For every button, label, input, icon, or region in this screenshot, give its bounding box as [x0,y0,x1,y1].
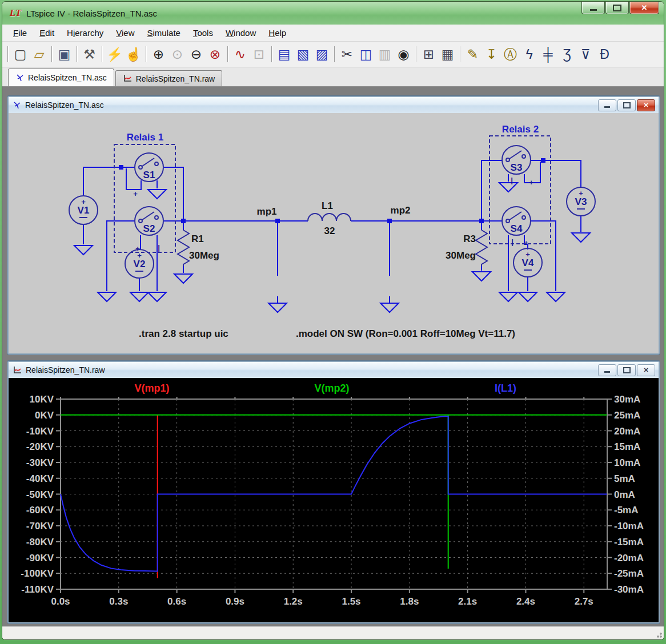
y-left-tick-label: -30KV [26,457,54,468]
find-button[interactable]: ◉ [394,45,413,64]
component-r1[interactable] [178,230,189,266]
save-button[interactable]: ▣ [55,45,74,64]
tab-schematic[interactable]: RelaisSpitzen_TN.asc [8,69,114,86]
s4-coil-plus: + [524,239,528,247]
control-panel-button[interactable]: ⚒ [80,45,99,64]
save-icon: ▣ [58,48,71,61]
y-right-tick-label: 25mA [614,410,640,421]
run-icon: ⚡ [106,48,123,61]
r1-value: 30Meg [189,250,219,261]
child-minimize-button[interactable] [598,364,616,376]
new-window-icon: ▨ [316,48,328,61]
new-window-button[interactable]: ▨ [312,45,331,64]
y-left-tick-label: 10KV [29,394,54,405]
trace-V(mp2) [61,415,607,569]
menu-tools[interactable]: Tools [187,26,219,40]
child-minimize-button[interactable] [598,99,616,111]
draw-wire-button[interactable]: ✎ [463,45,482,64]
tab-waveform[interactable]: RelaisSpitzen_TN.raw [115,70,223,86]
copy-button[interactable]: ◫ [356,45,375,64]
autorange-y-button[interactable]: ∿ [231,45,250,64]
menu-window[interactable]: Window [219,26,262,40]
directive-tran[interactable]: .tran 2.8 startup uic [139,328,228,339]
child-maximize-button[interactable] [617,99,636,111]
menu-file[interactable]: File [7,26,33,40]
menu-view[interactable]: View [110,26,141,40]
resize-grip[interactable] [655,630,662,638]
child-maximize-button[interactable] [617,364,636,376]
y-right-tick-label: 30mA [614,394,640,405]
zoom-in-button[interactable]: ⊕ [149,45,168,64]
menu-hierarchy[interactable]: Hierarchy [61,26,110,40]
net-label-mp2[interactable]: mp2 [391,205,411,216]
title-bar[interactable]: LT LTspice IV - RelaisSpitzen_TN.asc ✕ [2,2,664,25]
ground-button[interactable]: ↧ [482,45,501,64]
capacitor-button[interactable]: ╪ [539,45,557,64]
zoom-out-button[interactable]: ⊖ [187,45,206,64]
find-icon: ◉ [398,48,409,61]
print-preview-button[interactable]: ⊞ [419,45,438,64]
y-right-tick-label: -20mA [614,553,644,564]
new-schematic-button[interactable]: ▢ [11,45,30,64]
legend-I(L1)[interactable]: I(L1) [495,383,516,394]
waveform-window-titlebar[interactable]: RelaisSpitzen_TN.raw ✕ [9,362,659,378]
component-button[interactable]: Ð [595,45,614,64]
ltspice-logo-icon: LT [8,7,23,19]
s1-coil-plus: + [133,190,138,198]
diode-button[interactable]: ⊽ [576,45,595,64]
l1-value: 32 [324,226,335,236]
legend-V(mp1)[interactable]: V(mp1) [134,383,169,394]
component-r3[interactable] [476,230,487,266]
zoom-extents-button[interactable]: ⊗ [206,45,224,64]
x-tick-label: 0.0s [51,596,70,607]
v1-plus: + [81,198,86,206]
maximize-button[interactable] [605,2,629,14]
waveform-file-icon [123,74,132,83]
cut-button[interactable]: ✂ [338,45,356,64]
tab-bar: RelaisSpitzen_TN.asc RelaisSpitzen_TN.ra… [2,67,664,87]
mdi-area: RelaisSpitzen_TN.asc ✕ [2,87,664,626]
toolbar-separator [416,46,416,62]
main-window: LT LTspice IV - RelaisSpitzen_TN.asc ✕ F… [2,2,664,639]
maximize-icon [623,102,631,108]
menu-help[interactable]: Help [262,26,292,40]
r3-name: R3 [463,234,476,244]
run-button[interactable]: ⚡ [105,45,124,64]
s2-label: S2 [143,223,155,234]
autorange-y-icon: ∿ [235,48,246,61]
print-preview-icon: ⊞ [423,48,434,61]
relay1-label: Relais 1 [127,132,163,143]
open-icon: ▱ [34,48,45,61]
menu-edit[interactable]: Edit [33,26,61,40]
s3-label: S3 [511,162,523,173]
child-close-button[interactable]: ✕ [637,364,655,376]
s4-label: S4 [511,223,523,234]
print-button[interactable]: ▦ [438,45,457,64]
relay1-box[interactable] [114,144,175,252]
tile-windows-icon: ▤ [278,48,291,61]
child-close-button[interactable]: ✕ [637,99,655,111]
minimize-button[interactable] [581,2,605,14]
resistor-button[interactable]: ϟ [520,45,539,64]
y-right-tick-label: 20mA [614,426,640,437]
open-button[interactable]: ▱ [30,45,49,64]
net-label-button[interactable]: Ⓐ [501,45,520,64]
menu-simulate[interactable]: Simulate [141,26,187,40]
zoom-extents-icon: ⊗ [210,48,220,61]
schematic-window-titlebar[interactable]: RelaisSpitzen_TN.asc ✕ [9,97,659,113]
close-button[interactable]: ✕ [629,2,659,14]
waveform-plot[interactable]: 0.0s0.3s0.6s0.9s1.2s1.5s1.8s2.1s2.4s2.7s… [9,378,659,622]
y-right-tick-label: -30mA [614,584,644,595]
schematic-canvas[interactable]: Relais 1 Relais 2 S1 S2 S3 S4 V1 V2 V3 V… [9,113,659,353]
net-label-mp1[interactable]: mp1 [257,206,277,217]
y-left-tick-label: 0KV [35,410,54,421]
directive-model[interactable]: .model ON SW (Ron=0.001 Roff=10Meg Vt=11… [296,328,515,339]
tile-windows-button[interactable]: ▤ [275,45,294,64]
legend-V(mp2)[interactable]: V(mp2) [314,383,349,394]
toolbar: ▢▱▣⚒⚡☝⊕⊙⊖⊗∿⊡▤▧▨✂◫▥◉⊞▦✎↧Ⓐϟ╪Ʒ⊽Ð [2,42,664,67]
schematic-window-title: RelaisSpitzen_TN.asc [25,100,104,110]
component-l1[interactable] [308,214,351,221]
cascade-windows-button[interactable]: ▧ [294,45,312,64]
inductor-button[interactable]: Ʒ [557,45,576,64]
minimize-icon [590,9,597,11]
